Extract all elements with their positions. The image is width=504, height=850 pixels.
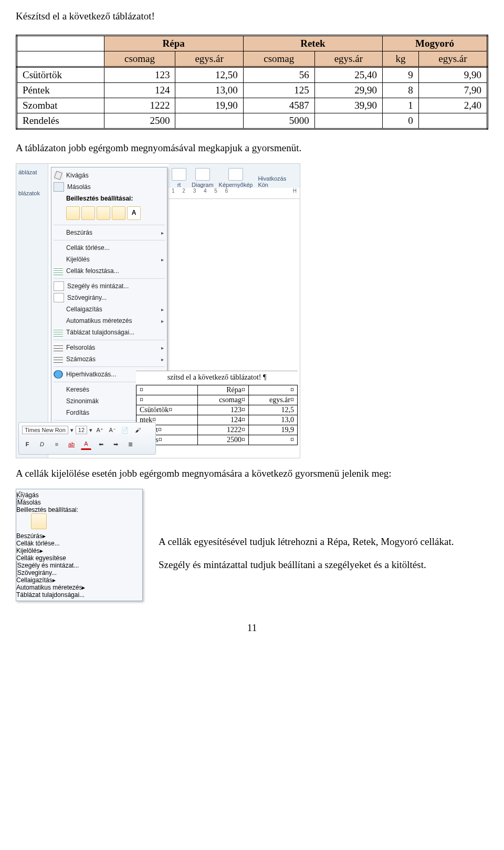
row-label: Csütörtök bbox=[17, 67, 104, 83]
align-button[interactable]: ≡ bbox=[51, 439, 62, 449]
cell: 9 bbox=[383, 67, 419, 83]
ribbon-button[interactable]: Képernyőkép bbox=[219, 168, 253, 188]
cell: 12,5 bbox=[248, 405, 297, 415]
paste-option-button[interactable] bbox=[81, 206, 95, 220]
menu-item[interactable]: Automatikus méretezés▸ bbox=[16, 584, 142, 591]
menu-item[interactable]: Számozás▸ bbox=[51, 353, 167, 365]
ribbon-fragment: rt Diagram Képernyőkép Hivatkozás Kön bbox=[169, 164, 300, 190]
menu-item-copy[interactable]: Másolás bbox=[51, 181, 167, 193]
menu-item[interactable]: Automatikus méretezés▸ bbox=[51, 315, 167, 327]
menu-item-cut[interactable]: Kivágás bbox=[16, 491, 142, 499]
menu-item-label: Fordítás bbox=[66, 409, 89, 416]
side-text: A cellák egyesítésével tudjuk létrehozni… bbox=[159, 489, 488, 582]
font-size-select[interactable]: 12 bbox=[76, 426, 87, 434]
menu-item-label: Cellaigazítás bbox=[66, 306, 102, 313]
highlight-button[interactable]: ab bbox=[66, 439, 77, 449]
row-label: Rendelés bbox=[17, 113, 104, 129]
cell: 0 bbox=[383, 113, 419, 129]
cell: 124¤ bbox=[197, 415, 248, 425]
menu-item[interactable]: Cellaigazítás▸ bbox=[51, 303, 167, 315]
cell: ¤ bbox=[136, 385, 198, 395]
menu-item[interactable]: Cellák egyesítése bbox=[16, 554, 142, 562]
menu-item[interactable]: Szegély és mintázat... bbox=[16, 562, 142, 569]
page-number: 11 bbox=[16, 622, 488, 634]
menu-item-icon bbox=[54, 343, 63, 352]
menu-item-label: Automatikus méretezés bbox=[16, 584, 82, 591]
font-name-select[interactable]: Times New Ron bbox=[22, 426, 68, 434]
table-row: Rendelés 2500 5000 0 bbox=[17, 113, 488, 129]
blank-cell bbox=[17, 36, 104, 51]
copy-icon bbox=[54, 182, 64, 192]
col-group-3: Mogyoró bbox=[383, 36, 488, 51]
menu-item-icon bbox=[54, 305, 63, 313]
menu-item[interactable]: Felsorolás▸ bbox=[51, 342, 167, 353]
font-color-button[interactable]: A bbox=[81, 438, 91, 450]
menu-item[interactable]: Cellák törlése... bbox=[51, 242, 167, 254]
menu-item[interactable]: Kijelölés▸ bbox=[16, 547, 142, 554]
cell: Csütörtök¤ bbox=[136, 405, 198, 415]
cell: 1222 bbox=[104, 98, 175, 113]
italic-button[interactable]: D bbox=[37, 439, 47, 449]
menu-item[interactable]: Táblázat tulajdonságai... bbox=[51, 327, 167, 338]
menu-item-label: Hiperhivatkozás... bbox=[66, 371, 116, 378]
ribbon-label: blázatok bbox=[18, 190, 40, 196]
paste-option-button[interactable] bbox=[66, 206, 80, 220]
ribbon-button[interactable]: rt bbox=[172, 168, 186, 188]
paragraph: A cellák kijelölése esetén jobb egérgomb… bbox=[16, 468, 488, 479]
cell: 4587 bbox=[243, 98, 314, 113]
subhead: kg bbox=[383, 51, 419, 67]
table-row: Szombat 1222 19,90 4587 39,90 1 2,40 bbox=[17, 98, 488, 113]
paste-option-button[interactable] bbox=[31, 513, 47, 529]
cell: 125 bbox=[243, 83, 314, 98]
bold-button[interactable]: F bbox=[22, 439, 33, 449]
submenu-arrow-icon: ▸ bbox=[161, 345, 164, 351]
menu-item[interactable]: Cellaigazítás▸ bbox=[16, 576, 142, 584]
cell: 25,40 bbox=[314, 67, 382, 83]
menu-item[interactable]: Beszúrás▸ bbox=[16, 532, 142, 540]
menu-item-icon bbox=[54, 244, 63, 252]
paste-option-button[interactable]: A bbox=[127, 206, 141, 220]
grow-font-button[interactable]: A⁺ bbox=[94, 425, 105, 435]
subhead: egys.ár bbox=[418, 51, 487, 67]
menu-item-cut[interactable]: Kivágás bbox=[51, 170, 167, 181]
menu-item[interactable]: Kijelölés▸ bbox=[51, 254, 167, 265]
cell bbox=[175, 113, 243, 129]
ribbon-button[interactable]: Diagram bbox=[192, 168, 214, 188]
row-label: Péntek bbox=[17, 83, 104, 98]
menu-item[interactable]: Táblázat tulajdonságai... bbox=[16, 591, 142, 599]
paste-options-row: A bbox=[51, 204, 167, 223]
cell: 9,90 bbox=[418, 67, 487, 83]
cell: 1222¤ bbox=[197, 425, 248, 435]
col-group-2: Retek bbox=[243, 36, 382, 51]
format-painter-icon[interactable]: 🖌 bbox=[132, 425, 143, 435]
menu-item[interactable]: Szegély és mintázat... bbox=[51, 280, 167, 292]
indent-left-icon[interactable]: ⬅ bbox=[96, 439, 106, 449]
submenu-arrow-icon: ▸ bbox=[161, 318, 164, 324]
menu-item[interactable]: Beszúrás▸ bbox=[51, 227, 167, 238]
cell: 12,50 bbox=[175, 67, 243, 83]
ribbon-group-label: Hivatkozás Kön bbox=[258, 175, 297, 188]
menu-item-icon bbox=[54, 293, 64, 302]
paste-option-button[interactable] bbox=[97, 206, 110, 220]
menu-item[interactable]: Szövegirány... bbox=[16, 569, 142, 576]
styles-icon[interactable]: 📄 bbox=[120, 425, 130, 435]
indent-right-icon[interactable]: ➡ bbox=[110, 439, 121, 449]
paste-option-button[interactable] bbox=[112, 206, 125, 220]
table-row: Csütörtök 123 12,50 56 25,40 9 9,90 bbox=[17, 67, 488, 83]
cell: ¤ bbox=[248, 435, 297, 445]
menu-item[interactable]: Szövegirány... bbox=[51, 292, 167, 303]
menu-item-copy[interactable]: Másolás bbox=[16, 499, 142, 506]
cell: 19,90 bbox=[175, 98, 243, 113]
cell: 8 bbox=[383, 83, 419, 98]
row-label: Szombat bbox=[17, 98, 104, 113]
menu-label-paste-options: Beillesztés beállításai: bbox=[51, 193, 167, 204]
table-row: Péntek 124 13,00 125 29,90 8 7,90 bbox=[17, 83, 488, 98]
bullets-icon[interactable]: ≣ bbox=[125, 439, 135, 449]
shrink-font-button[interactable]: A⁻ bbox=[107, 425, 118, 435]
context-menu-screenshot-1: áblázat blázatok rt Diagram Képernyőkép … bbox=[16, 163, 300, 458]
word-left-strip: áblázat blázatok bbox=[16, 164, 48, 458]
menu-item[interactable]: Cellák törlése... bbox=[16, 540, 142, 547]
menu-item-icon bbox=[54, 355, 63, 363]
menu-label-paste-options: Beillesztés beállításai: bbox=[16, 506, 142, 513]
menu-item[interactable]: Cellák felosztása... bbox=[51, 265, 167, 277]
